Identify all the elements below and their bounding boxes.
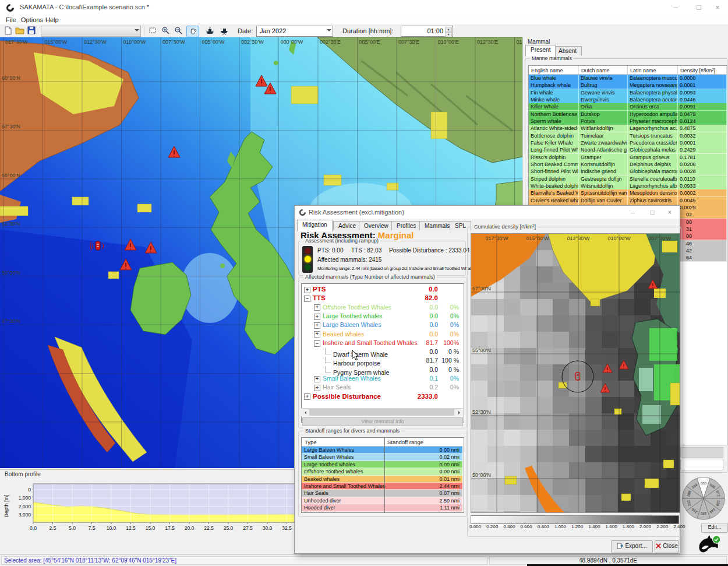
tree-item[interactable]: Dwarf Sperm Whale0.00 % [302,348,464,357]
tree-item[interactable]: +Possible Disturbance2333.0 [302,393,464,402]
pan-tool-button[interactable] [186,26,199,37]
dialog-close-button[interactable]: × [660,206,679,219]
layer-combo[interactable] [41,26,141,37]
spin-up-icon[interactable]: ▲ [445,27,452,32]
mammal-row[interactable]: Risso's dolphinGramperGrampus griseus0.1… [529,154,727,161]
mammal-row[interactable]: Short Beaked Common d...Kortsnuitdolfijn… [529,161,727,168]
tree-item[interactable]: +PTS0.0 [302,286,464,294]
affected-mammals-tree[interactable]: +PTS0.0−TTS82.0+Offshore Toothed Whales0… [301,283,464,423]
mammal-row[interactable]: Sperm whalePotvisPhyseter macrocephalus0… [529,118,727,125]
tree-item[interactable]: Pygmy Sperm whale0.00 % [302,366,464,375]
scrollbar-thumb[interactable] [309,409,454,416]
tab-absent[interactable]: Absent [553,46,582,55]
scroll-left-icon[interactable] [303,411,306,414]
tree-item[interactable]: +Hair Seals0.20% [302,384,464,392]
mammal-row[interactable]: Blainville's Beaked WhaleSpitssnuitdolfi… [529,189,727,197]
export-button[interactable]: Export... [611,540,653,553]
standoff-row[interactable]: Inshore and Small Toothed Whales2.44 nmi [302,483,462,490]
zoom-in-button[interactable] [160,26,171,36]
mammal-row[interactable]: Killer WhaleOrkaOrcinus orca0.0091 [529,103,727,111]
standoff-row[interactable]: Large Toothed whales0.00 nmi [302,461,462,468]
tree-expander-icon[interactable]: + [304,393,310,400]
mammal-row[interactable]: Northern Bottlenose whaleButskopHyperood… [529,111,727,118]
column-header[interactable]: Dutch name [579,66,628,75]
tree-expander-icon[interactable]: + [314,331,320,338]
scroll-right-icon[interactable] [458,411,462,414]
tab-present[interactable]: Present [525,45,556,57]
sonar-vessel-tool-button[interactable] [218,26,229,36]
mammal-row-partial[interactable]: 00 [678,219,727,226]
minimize-button[interactable]: – [664,0,687,15]
standoff-row[interactable]: Beaked whales0.01 nmi [302,476,462,483]
tree-item[interactable]: +Offshore Toothed Whales0.00% [302,304,464,312]
column-header[interactable]: Standoff range [384,438,462,447]
standoff-row[interactable]: Hooded diver1.11 nmi [302,504,462,511]
vessel-tool-button[interactable] [204,26,215,36]
tab-profiles[interactable]: Profiles [391,221,421,230]
mammal-row-partial[interactable]: 42 [678,247,727,255]
mammal-row[interactable]: White-beaked dolphinWitsnuitdolfijnLagen… [529,182,727,190]
tree-item[interactable]: −Inshore and Small Toothed Whales81.7100… [302,339,464,348]
tree-expander-icon[interactable]: + [314,322,320,329]
dialog-maximize-button[interactable]: □ [643,206,662,219]
tree-expander-icon[interactable]: + [314,314,320,320]
mammal-row[interactable]: False Killer WhaleZwarte zwaardwalvisPse… [529,139,727,147]
column-header[interactable]: Density [#/km²] [678,66,727,75]
tree-item[interactable]: Harbour porpoise81.7100 % [302,357,464,365]
standoff-row[interactable]: Offshore Toothed Whales0.00 nmi [302,468,462,475]
duration-spinner[interactable]: ▲▼ [445,27,452,35]
column-header[interactable]: English name [529,66,579,75]
select-area-button[interactable] [147,26,158,36]
edit-button[interactable]: Edit... [701,523,728,533]
heading-compass[interactable]: 000036072108144180216252288324 [680,475,727,522]
new-file-button[interactable] [2,26,14,36]
tree-expander-icon[interactable]: + [314,385,320,391]
tree-item[interactable]: +Beaked whales0.00% [302,331,464,339]
cumulative-density-map[interactable]: 017°30'W015°00'W012°30'W010°00'W007°30'W… [471,233,680,513]
mammal-row-partial[interactable]: 02 [678,211,727,219]
mammal-row[interactable]: Blue whaleBlauwe vinvisBalaenoptera musc… [529,75,727,82]
mammal-row-partial[interactable]: 00 [678,233,727,240]
zoom-out-button[interactable] [172,26,184,36]
mammal-row[interactable]: Humpback whaleBultrugMegaptera novaeangl… [529,82,727,89]
tree-expander-icon[interactable]: + [314,304,320,311]
standoff-table[interactable]: TypeStandoff rangeLarge Baleen Whales0.0… [301,437,464,513]
mammal-row[interactable]: Atlantic White-sided dolphi.Witflankdolf… [529,125,727,132]
mammal-row[interactable]: Bottlenose dolphinTuimelaarTursiops trun… [529,132,727,140]
save-button[interactable] [26,26,37,36]
column-header[interactable]: Latin name [628,66,678,75]
close-button[interactable]: × [706,0,728,15]
tree-item[interactable]: +Small Baleen Whales0.10% [302,375,464,384]
mammal-row-partial[interactable]: 64 [678,254,727,262]
mammal-row[interactable]: Minke whaleDwergvinvisBalaenoptera acuto… [529,96,727,104]
tree-item[interactable]: +Large Toothed whales0.00% [302,312,464,321]
tree-item[interactable]: −TTS82.0 [302,294,464,303]
date-combo[interactable]: Jan 2022 [256,26,333,37]
view-mammal-info-button[interactable]: View mammal info [302,417,463,426]
tab-mitigation[interactable]: Mitigation [297,220,333,231]
tree-item[interactable]: +Large Baleen Whales0.00% [302,321,464,330]
mammal-row[interactable]: Short-finned Pilot WhaleIndische griendG… [529,168,727,175]
close-button-dialog[interactable]: Close [655,540,679,553]
tree-expander-icon[interactable]: + [314,376,320,382]
spin-down-icon[interactable]: ▼ [445,32,452,37]
mammal-row-partial[interactable]: 31 [678,226,727,233]
standoff-row[interactable]: Hair Seals0.07 nmi [302,490,462,497]
mammal-row[interactable]: Long-finned Pilot WhaleNoord-Atlantische… [529,146,727,154]
menu-file[interactable]: File [3,16,19,24]
tree-horizontal-scrollbar[interactable] [301,408,463,416]
tab-overview[interactable]: Overview [359,221,394,230]
duration-field[interactable]: 01:00 ▲▼ [401,26,453,37]
standoff-row[interactable]: Small Baleen Whales0.02 nmi [302,453,462,460]
menu-options[interactable]: Options [19,16,45,24]
mammal-row[interactable]: Fin whaleGewone vinvisBalaenoptera physa… [529,89,727,97]
tree-expander-icon[interactable]: − [304,296,310,302]
standoff-row[interactable]: Large Baleen Whales0.00 nmi [302,447,462,453]
menu-help[interactable]: Help [43,16,61,24]
sakamata-logo-button[interactable] [695,535,722,554]
mammal-row[interactable]: Striped dolphinGestreepte dolfijnStenell… [529,175,727,183]
mammal-row[interactable]: Cuvier's Beaked whaleDolfijn van CuvierZ… [529,197,727,205]
standoff-row[interactable]: Unhooded diver2.50 nmi [302,497,462,504]
column-header[interactable]: Type [302,438,384,447]
tree-expander-icon[interactable]: − [314,340,320,347]
